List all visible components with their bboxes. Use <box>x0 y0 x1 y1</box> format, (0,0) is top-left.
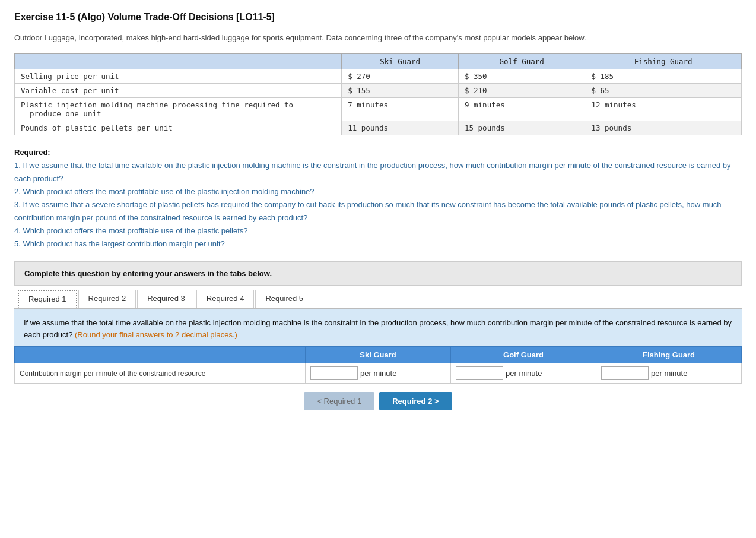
answer-section: Ski Guard Golf Guard Fishing Guard Contr… <box>14 346 742 384</box>
answer-row-label: Contribution margin per minute of the co… <box>15 363 306 384</box>
answer-header-fishing: Fishing Guard <box>596 347 742 363</box>
row-ski-plastic: 7 minutes <box>342 97 459 121</box>
row-ski-selling: $ 270 <box>342 69 459 83</box>
row-golf-variable: $ 210 <box>459 83 585 97</box>
answer-table: Ski Guard Golf Guard Fishing Guard Contr… <box>14 346 742 384</box>
complete-box: Complete this question by entering your … <box>14 261 742 286</box>
row-fishing-plastic: 12 minutes <box>585 97 742 121</box>
tab-required4[interactable]: Required 4 <box>196 290 255 308</box>
tab-required1[interactable]: Required 1 <box>18 290 77 308</box>
row-golf-pounds: 15 pounds <box>459 121 585 135</box>
fishing-suffix: per minute <box>651 369 687 378</box>
row-label-pounds: Pounds of plastic pellets per unit <box>15 121 342 135</box>
answer-cell-fishing: per minute <box>596 363 742 384</box>
col-header-empty <box>15 53 342 69</box>
table-row: Pounds of plastic pellets per unit 11 po… <box>15 121 742 135</box>
row-label-variable: Variable cost per unit <box>15 83 342 97</box>
col-header-fishing: Fishing Guard <box>585 53 742 69</box>
next-button[interactable]: Required 2 > <box>379 392 452 410</box>
tab-required2[interactable]: Required 2 <box>78 290 136 308</box>
row-ski-variable: $ 155 <box>342 83 459 97</box>
row-golf-plastic: 9 minutes <box>459 97 585 121</box>
golf-suffix: per minute <box>506 369 542 378</box>
tab-required3[interactable]: Required 3 <box>137 290 195 308</box>
req-item-1: 1. If we assume that the total time avai… <box>14 161 730 183</box>
req-item-4: 4. Which product offers the most profita… <box>14 226 248 235</box>
prev-button[interactable]: < Required 1 <box>304 392 374 410</box>
table-row: Variable cost per unit $ 155 $ 210 $ 65 <box>15 83 742 97</box>
answer-row: Contribution margin per minute of the co… <box>15 363 742 384</box>
col-header-golf: Golf Guard <box>459 53 585 69</box>
prev-label: < Required 1 <box>317 397 361 406</box>
intro-text: Outdoor Luggage, Incorporated, makes hig… <box>14 32 742 44</box>
table-row: Selling price per unit $ 270 $ 350 $ 185 <box>15 69 742 83</box>
row-label-selling: Selling price per unit <box>15 69 342 83</box>
golf-input[interactable] <box>456 366 503 380</box>
ski-input[interactable] <box>310 366 358 380</box>
complete-text: Complete this question by entering your … <box>24 269 272 278</box>
row-golf-selling: $ 350 <box>459 69 585 83</box>
required-section: Required: 1. If we assume that the total… <box>14 146 742 251</box>
tab-content-required1: If we assume that the total time availab… <box>14 308 742 346</box>
table-row: Plastic injection molding machine proces… <box>15 97 742 121</box>
answer-header-golf: Golf Guard <box>451 347 596 363</box>
nav-buttons: < Required 1 Required 2 > <box>14 392 742 416</box>
required-label: Required: <box>14 148 50 157</box>
row-ski-pounds: 11 pounds <box>342 121 459 135</box>
round-note: (Round your final answers to 2 decimal p… <box>75 330 237 339</box>
row-fishing-variable: $ 65 <box>585 83 742 97</box>
answer-cell-golf: per minute <box>451 363 596 384</box>
col-header-ski: Ski Guard <box>342 53 459 69</box>
tab-required5[interactable]: Required 5 <box>255 290 313 308</box>
row-label-plastic: Plastic injection molding machine proces… <box>15 97 342 121</box>
row-fishing-pounds: 13 pounds <box>585 121 742 135</box>
next-label: Required 2 > <box>392 397 439 406</box>
row-fishing-selling: $ 185 <box>585 69 742 83</box>
data-table: Ski Guard Golf Guard Fishing Guard Selli… <box>14 53 742 135</box>
req-item-5: 5. Which product has the largest contrib… <box>14 239 225 248</box>
tabs-bar: Required 1 Required 2 Required 3 Require… <box>14 286 742 308</box>
answer-cell-ski: per minute <box>306 363 451 384</box>
req-item-2: 2. Which product offers the most profita… <box>14 187 315 196</box>
req-item-3: 3. If we assume that a severe shortage o… <box>14 200 722 222</box>
ski-suffix: per minute <box>360 369 396 378</box>
page-title: Exercise 11-5 (Algo) Volume Trade-Off De… <box>14 12 742 23</box>
fishing-input[interactable] <box>601 366 649 380</box>
answer-header-empty <box>15 347 306 363</box>
answer-header-ski: Ski Guard <box>306 347 451 363</box>
